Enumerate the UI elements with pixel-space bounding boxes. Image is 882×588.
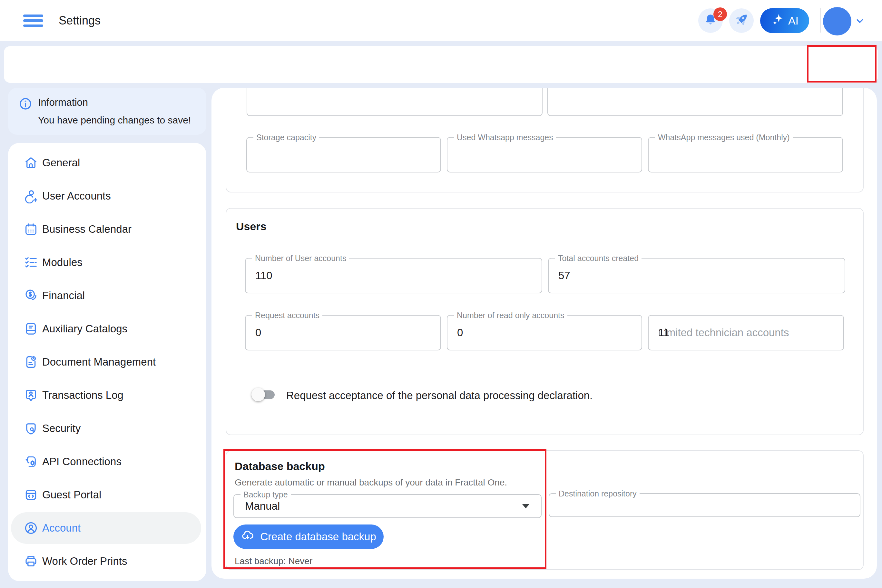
account-settings-panel: Storage capacity Used Whatsapp messages … bbox=[212, 88, 877, 579]
plan-overview-card: Storage capacity Used Whatsapp messages … bbox=[226, 88, 864, 192]
sidebar-item-account[interactable]: Account bbox=[11, 512, 201, 544]
backup-title: Database backup bbox=[235, 460, 325, 472]
notifications-button[interactable]: 2 bbox=[698, 8, 723, 33]
sidebar-item-label: Work Order Prints bbox=[42, 555, 127, 567]
home-icon bbox=[24, 155, 38, 170]
users-card-title: Users bbox=[236, 220, 267, 233]
sidebar-item-label: Auxiliary Catalogs bbox=[42, 323, 128, 335]
limited-technician-accounts-field[interactable]: Limited technician accounts 11 bbox=[648, 315, 844, 350]
account-icon bbox=[24, 520, 38, 536]
field-placeholder: Limited technician accounts bbox=[658, 327, 789, 339]
ai-label: AI bbox=[788, 15, 798, 27]
actions-toolbar: Save bbox=[4, 46, 878, 83]
document-icon bbox=[24, 355, 38, 369]
sidebar-item-label: Transactions Log bbox=[42, 389, 123, 401]
create-backup-label: Create database backup bbox=[260, 531, 376, 543]
read-only-accounts-field[interactable]: Number of read only accounts 0 bbox=[447, 315, 642, 350]
total-accounts-created-field[interactable]: Total accounts created 57 bbox=[548, 258, 845, 293]
sidebar-item-work-order-prints[interactable]: Work Order Prints bbox=[11, 546, 201, 577]
backup-subtitle: Generate automatic or manual backups of … bbox=[235, 477, 507, 488]
destination-repository-field[interactable]: Destination repository bbox=[549, 493, 860, 517]
sidebar-item-label: Financial bbox=[42, 290, 85, 302]
field-value: 0 bbox=[255, 327, 261, 339]
field-value: 0 bbox=[457, 327, 463, 339]
create-database-backup-button[interactable]: Create database backup bbox=[233, 525, 384, 549]
sidebar-item-user-accounts[interactable]: User Accounts bbox=[11, 180, 201, 212]
dropdown-arrow-icon bbox=[522, 504, 530, 508]
user-avatar[interactable] bbox=[823, 7, 851, 36]
field-label: Request accounts bbox=[252, 310, 322, 320]
last-backup-status: Last backup: Never bbox=[235, 556, 312, 566]
user-add-icon bbox=[24, 189, 38, 203]
field-label: Number of read only accounts bbox=[454, 310, 567, 320]
whatsapp-monthly-field[interactable]: WhatsApp messages used (Monthly) bbox=[648, 137, 843, 172]
sidebar-item-auxiliary-catalogs[interactable]: Auxiliary Catalogs bbox=[11, 313, 201, 345]
menu-icon[interactable] bbox=[23, 15, 43, 27]
sidebar-item-label: Modules bbox=[42, 256, 82, 268]
selected-value: Manual bbox=[245, 500, 280, 512]
sidebar-item-label: General bbox=[42, 157, 80, 169]
sidebar-list: General User Accounts Business Calendar … bbox=[8, 147, 206, 579]
number-of-user-accounts-field[interactable]: Number of User accounts 110 bbox=[245, 258, 542, 293]
field-cutoff-left[interactable] bbox=[247, 88, 543, 116]
calendar-icon bbox=[24, 222, 38, 237]
field-value: 110 bbox=[255, 270, 272, 282]
field-cutoff-right[interactable] bbox=[548, 88, 843, 116]
sidebar-item-financial[interactable]: Financial bbox=[11, 280, 201, 311]
field-label: Total accounts created bbox=[555, 254, 642, 263]
pending-changes-banner: Information You have pending changes to … bbox=[8, 88, 206, 135]
sidebar-item-transactions-log[interactable]: Transactions Log bbox=[11, 380, 201, 411]
header-divider bbox=[820, 8, 821, 33]
settings-sidebar: General User Accounts Business Calendar … bbox=[8, 143, 206, 581]
cloud-download-icon bbox=[241, 529, 254, 545]
used-whatsapp-messages-field[interactable]: Used Whatsapp messages bbox=[447, 137, 642, 172]
toggle-thumb bbox=[252, 388, 265, 401]
badge-icon bbox=[24, 388, 38, 403]
field-label: Used Whatsapp messages bbox=[454, 132, 556, 142]
sidebar-item-api-connections[interactable]: API Connections bbox=[11, 446, 201, 477]
database-backup-card: Database backup Generate automatic or ma… bbox=[226, 450, 864, 570]
field-value: 57 bbox=[558, 270, 570, 282]
info-icon bbox=[18, 97, 33, 112]
banner-title: Information bbox=[38, 97, 88, 108]
api-icon bbox=[24, 454, 38, 469]
shield-icon bbox=[24, 421, 38, 436]
printer-icon bbox=[24, 554, 38, 568]
sidebar-item-label: User Accounts bbox=[42, 190, 111, 202]
page-title: Settings bbox=[58, 0, 100, 41]
sidebar-item-modules[interactable]: Modules bbox=[11, 247, 201, 278]
sidebar-item-label: Business Calendar bbox=[42, 223, 132, 236]
personal-data-toggle-label: Request acceptance of the personal data … bbox=[286, 388, 592, 403]
sidebar-item-label: Document Management bbox=[42, 356, 156, 368]
sidebar-item-security[interactable]: Security bbox=[11, 412, 201, 444]
whats-new-button[interactable] bbox=[729, 8, 754, 33]
banner-message: You have pending changes to save! bbox=[38, 115, 191, 126]
checklist-icon bbox=[24, 255, 38, 270]
coin-icon bbox=[24, 288, 38, 303]
portal-icon bbox=[24, 488, 38, 502]
field-label: Backup type bbox=[240, 490, 291, 500]
field-label: Number of User accounts bbox=[252, 254, 349, 263]
backup-type-select[interactable]: Backup type Manual bbox=[233, 494, 542, 518]
field-label: WhatsApp messages used (Monthly) bbox=[655, 132, 793, 142]
field-label: Destination repository bbox=[556, 489, 640, 498]
sidebar-item-guest-portal[interactable]: Guest Portal bbox=[11, 479, 201, 511]
sidebar-item-document-management[interactable]: Document Management bbox=[11, 346, 201, 378]
sidebar-item-business-calendar[interactable]: Business Calendar bbox=[11, 213, 201, 245]
book-icon bbox=[24, 321, 38, 336]
users-card: Users Number of User accounts 110 Total … bbox=[226, 208, 864, 435]
request-accounts-field[interactable]: Request accounts 0 bbox=[245, 315, 441, 350]
rocket-icon bbox=[734, 13, 749, 29]
chevron-down-icon[interactable] bbox=[854, 15, 865, 28]
field-value: 11 bbox=[658, 327, 669, 339]
notification-count-badge: 2 bbox=[713, 8, 727, 21]
sidebar-item-label: Security bbox=[42, 422, 81, 435]
sidebar-item-label: Guest Portal bbox=[42, 489, 101, 501]
sidebar-item-general[interactable]: General bbox=[11, 147, 201, 178]
sidebar-item-label: Account bbox=[42, 522, 81, 534]
storage-capacity-field[interactable]: Storage capacity bbox=[246, 137, 441, 172]
personal-data-toggle[interactable] bbox=[252, 387, 277, 402]
top-app-bar: Settings 2 AI bbox=[0, 0, 882, 41]
field-label: Storage capacity bbox=[254, 132, 319, 142]
ai-assistant-button[interactable]: AI bbox=[760, 8, 809, 33]
